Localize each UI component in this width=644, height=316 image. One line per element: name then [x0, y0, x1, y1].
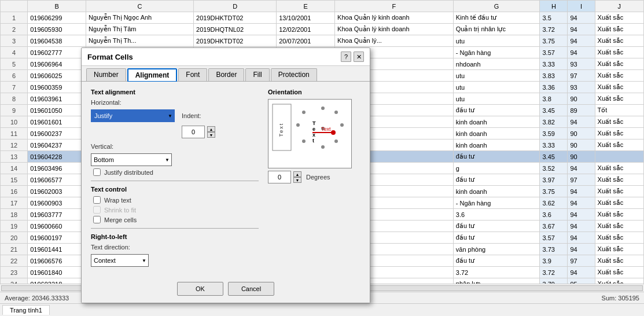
table-row[interactable]: 2019605930Nguyễn Thị Tâm2019DHQTNL0212/0…: [1, 24, 644, 35]
merge-cells-label: Merge cells: [104, 216, 137, 223]
col-header-j[interactable]: J: [595, 1, 643, 12]
svg-text:Text: Text: [321, 126, 331, 132]
vertical-row: Vertical:: [91, 143, 259, 150]
horizontal-row: Horizontal:: [91, 99, 259, 106]
degrees-label: Degrees: [306, 174, 330, 181]
justify-distributed-checkbox[interactable]: [93, 168, 101, 176]
tab-border[interactable]: Border: [208, 68, 244, 81]
dialog-body: Text alignment Horizontal: Justify Gener…: [82, 82, 370, 277]
spreadsheet-container: B C D E F G H I J 1019606299Nguyễn Thị N…: [0, 0, 644, 316]
horizontal-select[interactable]: Justify General Left (Indent) Center Rig…: [91, 109, 175, 122]
indent-spinner: ▲ ▼: [207, 126, 215, 138]
svg-point-5: [340, 123, 344, 127]
degrees-up-button[interactable]: ▲: [293, 171, 301, 177]
dialog-right-panel: Orientation Text: [268, 89, 360, 270]
col-header-e[interactable]: E: [277, 1, 335, 12]
svg-point-8: [302, 139, 306, 143]
text-direction-select-wrapper: Context Left-to-Right Right-to-Left: [91, 254, 149, 267]
svg-point-17: [331, 130, 336, 135]
table-row[interactable]: 1019606299Nguyễn Thị Ngọc Anh2019DHKTDT0…: [1, 12, 644, 24]
cancel-button[interactable]: Cancel: [228, 282, 274, 296]
degrees-down-button[interactable]: ▼: [293, 177, 301, 183]
tab-font[interactable]: Font: [178, 68, 207, 81]
svg-text:T: T: [312, 120, 316, 126]
degrees-spinner: ▲ ▼: [293, 171, 301, 183]
dialog-titlebar: Format Cells ? ✕: [82, 48, 370, 66]
dialog-title: Format Cells: [87, 53, 133, 61]
svg-text:t: t: [312, 138, 314, 144]
orientation-svg: Text: [268, 100, 352, 163]
dialog-columns: Text alignment Horizontal: Justify Gener…: [91, 89, 360, 270]
indent-input[interactable]: [182, 126, 205, 138]
indent-up-button[interactable]: ▲: [207, 126, 215, 132]
status-average: Average: 20346.33333: [5, 295, 69, 302]
sheet-tabs: Trang tính1: [0, 303, 644, 316]
ok-button[interactable]: OK: [177, 282, 223, 296]
wrap-text-row: Wrap text: [93, 196, 259, 204]
col-header-f[interactable]: F: [335, 1, 454, 12]
justify-distributed-label: Justify distributed: [104, 169, 153, 176]
col-header-g[interactable]: G: [453, 1, 540, 12]
svg-point-7: [296, 123, 300, 127]
text-direction-select[interactable]: Context Left-to-Right Right-to-Left: [91, 254, 149, 267]
indent-label: Indent:: [182, 112, 216, 119]
svg-point-10: [321, 145, 325, 149]
vertical-select[interactable]: Top Center Bottom Justify Distributed: [91, 153, 172, 166]
sheet-tab-1[interactable]: Trang tính1: [2, 305, 50, 315]
text-control-section: Text control: [91, 186, 259, 193]
shrink-to-fit-label: Shrink to fit: [104, 207, 136, 214]
text-alignment-section: Text alignment: [91, 89, 259, 95]
tab-alignment[interactable]: Alignment: [127, 68, 178, 82]
col-header-d[interactable]: D: [194, 1, 277, 12]
tab-fill[interactable]: Fill: [245, 68, 269, 81]
justify-distributed-row: Justify distributed: [93, 168, 259, 176]
svg-point-9: [334, 139, 338, 143]
degrees-row: ▲ ▼ Degrees: [268, 171, 360, 183]
vertical-label: Vertical:: [91, 143, 126, 150]
col-header-h[interactable]: H: [540, 1, 568, 12]
indent-group: ▲ ▼: [182, 126, 215, 138]
degrees-input[interactable]: [268, 171, 291, 183]
svg-point-3: [321, 106, 325, 110]
text-direction-row: Text direction:: [91, 244, 259, 251]
merge-cells-checkbox[interactable]: [93, 216, 101, 223]
dialog-controls: ? ✕: [341, 52, 364, 62]
text-direction-label: Text direction:: [91, 244, 130, 251]
svg-text:Text: Text: [278, 123, 284, 137]
horizontal-select-wrapper: Justify General Left (Indent) Center Rig…: [91, 109, 175, 122]
table-row[interactable]: 3019604538Nguyễn Thị Th...2019DHKTDT0220…: [1, 35, 644, 47]
orientation-box: Text: [268, 99, 352, 168]
tab-protection[interactable]: Protection: [271, 68, 317, 81]
svg-point-6: [302, 111, 306, 114]
corner-header: [1, 1, 28, 12]
dialog-footer: OK Cancel: [82, 277, 370, 303]
wrap-text-label: Wrap text: [104, 197, 131, 204]
right-to-left-section: Right-to-left: [91, 233, 259, 240]
vertical-select-row: Top Center Bottom Justify Distributed: [91, 153, 259, 166]
indent-row: ▲ ▼: [91, 126, 259, 138]
svg-text:e: e: [312, 126, 315, 132]
shrink-to-fit-row: Shrink to fit: [93, 206, 259, 214]
merge-cells-row: Merge cells: [93, 216, 259, 223]
text-direction-select-row: Context Left-to-Right Right-to-Left: [91, 254, 259, 267]
status-sum: Sum: 305195: [602, 295, 639, 302]
col-header-i[interactable]: I: [568, 1, 595, 12]
dialog-close-button[interactable]: ✕: [354, 52, 364, 62]
col-header-b[interactable]: B: [28, 1, 86, 12]
format-cells-dialog: Format Cells ? ✕ Number Alignment Font B…: [81, 47, 370, 303]
tab-number[interactable]: Number: [86, 68, 126, 81]
shrink-to-fit-checkbox[interactable]: [93, 206, 101, 214]
dialog-tabs: Number Alignment Font Border Fill Protec…: [82, 66, 370, 82]
orientation-section-label: Orientation: [268, 89, 360, 95]
horizontal-label: Horizontal:: [91, 99, 126, 106]
dialog-left-panel: Text alignment Horizontal: Justify Gener…: [91, 89, 259, 270]
wrap-text-checkbox[interactable]: [93, 196, 101, 204]
col-header-c[interactable]: C: [86, 1, 194, 12]
svg-point-4: [334, 111, 338, 114]
indent-down-button[interactable]: ▼: [207, 132, 215, 138]
vertical-select-wrapper: Top Center Bottom Justify Distributed: [91, 153, 172, 166]
horizontal-select-row: Justify General Left (Indent) Center Rig…: [91, 109, 259, 122]
dialog-help-button[interactable]: ?: [341, 52, 351, 62]
